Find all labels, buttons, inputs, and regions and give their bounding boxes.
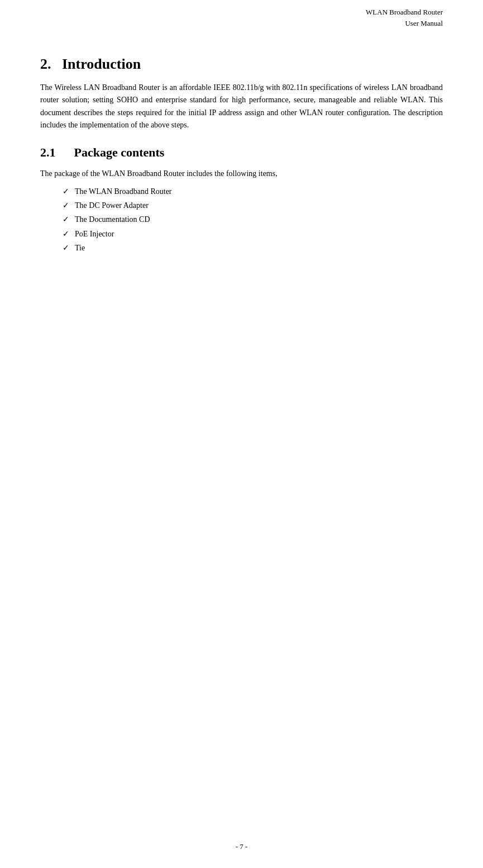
check-icon: ✓ bbox=[63, 212, 69, 226]
package-list: ✓The WLAN Broadband Router✓The DC Power … bbox=[63, 184, 443, 255]
section-body: The Wireless LAN Broadband Router is an … bbox=[40, 82, 443, 132]
check-icon: ✓ bbox=[63, 227, 69, 241]
list-item: ✓The Documentation CD bbox=[63, 212, 443, 226]
subsection-heading: Package contents bbox=[74, 145, 165, 159]
check-icon: ✓ bbox=[63, 184, 69, 198]
header-line2: User Manual bbox=[366, 18, 443, 29]
list-item: ✓Tie bbox=[63, 241, 443, 255]
list-item-text: The WLAN Broadband Router bbox=[75, 184, 172, 198]
list-item-text: Tie bbox=[75, 241, 85, 255]
section-number: 2. bbox=[40, 56, 51, 72]
list-item: ✓The DC Power Adapter bbox=[63, 198, 443, 212]
section-title: 2. Introduction bbox=[40, 56, 443, 73]
page-footer: - 7 - bbox=[0, 842, 483, 851]
list-item: ✓The WLAN Broadband Router bbox=[63, 184, 443, 198]
page-number: - 7 - bbox=[236, 842, 248, 851]
list-item-text: PoE Injector bbox=[75, 227, 114, 241]
subsection-number: 2.1 bbox=[40, 145, 56, 159]
page-header: WLAN Broadband Router User Manual bbox=[366, 7, 443, 29]
list-item: ✓PoE Injector bbox=[63, 227, 443, 241]
list-item-text: The DC Power Adapter bbox=[75, 198, 149, 212]
page-container: WLAN Broadband Router User Manual 2. Int… bbox=[0, 0, 483, 868]
list-item-text: The Documentation CD bbox=[75, 212, 150, 226]
subsection-intro: The package of the WLAN Broadband Router… bbox=[40, 168, 443, 180]
subsection-title: 2.1 Package contents bbox=[40, 145, 443, 160]
check-icon: ✓ bbox=[63, 241, 69, 255]
check-icon: ✓ bbox=[63, 198, 69, 212]
section-heading: Introduction bbox=[62, 56, 141, 72]
header-line1: WLAN Broadband Router bbox=[366, 7, 443, 18]
